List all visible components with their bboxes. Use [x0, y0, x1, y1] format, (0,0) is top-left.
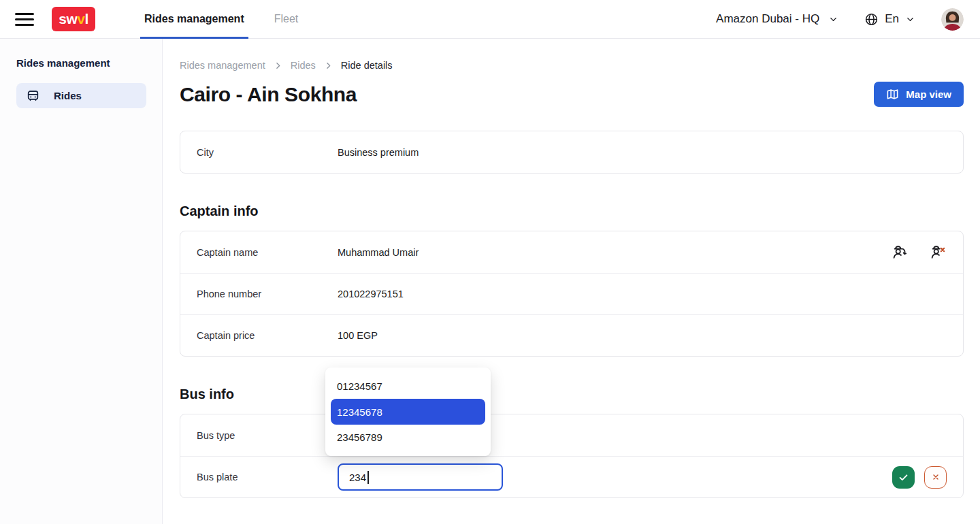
row-label: Captain name — [197, 247, 338, 258]
org-selector[interactable]: Amazon Dubai - HQ — [716, 12, 838, 26]
bus-info-card: Bus type Bus plate 234 — [180, 414, 964, 498]
row-label: Phone number — [197, 289, 338, 299]
bus-plate-value: 234 — [349, 472, 366, 483]
map-view-button[interactable]: Map view — [874, 82, 964, 107]
plate-edit-actions — [892, 466, 947, 489]
tab-fleet[interactable]: Fleet — [259, 0, 314, 39]
sidebar: Rides management Rides — [0, 39, 163, 524]
remove-captain-button[interactable] — [929, 244, 947, 261]
cancel-button[interactable] — [924, 466, 947, 489]
dropdown-option[interactable]: 23456789 — [325, 425, 491, 450]
captain-info-heading: Captain info — [180, 203, 964, 219]
captain-name-row: Captain name Muhammad Umair — [180, 231, 963, 273]
breadcrumb-rides[interactable]: Rides — [291, 60, 316, 71]
bus-type-row: Bus type — [180, 414, 963, 456]
row-value: 201022975151 — [338, 289, 404, 299]
logo-text: sw — [59, 11, 77, 27]
captain-info-card: Captain name Muhammad Umair — [180, 231, 964, 357]
ride-info-card: City Business premium — [180, 131, 964, 174]
chevron-right-icon — [274, 61, 282, 70]
sidebar-heading: Rides management — [16, 57, 146, 69]
phone-number-row: Phone number 201022975151 — [180, 273, 963, 314]
logo-text-v: v — [77, 11, 84, 27]
tab-label: Fleet — [274, 13, 299, 25]
sidebar-item-rides[interactable]: Rides — [16, 83, 146, 108]
swvl-logo[interactable]: swvl — [52, 7, 95, 31]
avatar[interactable] — [941, 8, 964, 31]
captain-actions — [891, 244, 947, 261]
breadcrumb-rides-management[interactable]: Rides management — [180, 60, 265, 71]
header-right: Amazon Dubai - HQ En — [716, 8, 964, 31]
row-label: Bus plate — [197, 472, 338, 482]
tab-rides-management[interactable]: Rides management — [129, 0, 259, 39]
bus-info-heading: Bus info — [180, 387, 964, 402]
title-row: Cairo - Ain Sokhna Map view — [180, 82, 964, 107]
avatar-image — [941, 8, 964, 31]
row-value: 100 EGP — [338, 330, 378, 341]
city-row: City Business premium — [180, 131, 963, 173]
sidebar-item-label: Rides — [54, 90, 82, 101]
globe-icon — [864, 12, 879, 27]
row-label: Captain price — [197, 330, 338, 341]
logo-text: l — [84, 11, 88, 27]
close-icon — [930, 472, 941, 482]
header-tabs: Rides management Fleet — [129, 0, 313, 39]
bus-plate-row: Bus plate 234 — [180, 456, 963, 497]
check-icon — [898, 472, 909, 483]
bus-plate-input[interactable]: 234 — [338, 463, 503, 491]
map-icon — [886, 88, 899, 101]
dropdown-option[interactable]: 01234567 — [325, 374, 491, 399]
hamburger-icon[interactable] — [15, 13, 34, 26]
row-value: Muhammad Umair — [338, 247, 419, 258]
dropdown-option-selected[interactable]: 12345678 — [331, 399, 485, 425]
breadcrumb: Rides management Rides Ride details — [180, 60, 964, 71]
language-selector[interactable]: En — [864, 12, 915, 27]
bus-plate-dropdown: 01234567 12345678 23456789 — [325, 367, 491, 456]
text-caret — [368, 471, 369, 484]
captain-price-row: Captain price 100 EGP — [180, 314, 963, 356]
confirm-button[interactable] — [892, 466, 915, 489]
org-name: Amazon Dubai - HQ — [716, 12, 819, 26]
swap-captain-button[interactable] — [891, 244, 909, 261]
main-content: Rides management Rides Ride details Cair… — [163, 39, 980, 498]
captain-remove-icon — [929, 244, 947, 261]
chevron-down-icon — [905, 14, 915, 24]
captain-swap-icon — [891, 244, 909, 261]
breadcrumb-ride-details: Ride details — [341, 60, 393, 71]
chevron-down-icon — [828, 14, 838, 24]
tab-label: Rides management — [144, 13, 244, 25]
bus-icon — [26, 88, 40, 103]
row-value: Business premium — [338, 147, 419, 158]
page-title: Cairo - Ain Sokhna — [180, 83, 357, 106]
language-label: En — [885, 12, 899, 26]
row-label: Bus type — [197, 430, 338, 441]
top-header: swvl Rides management Fleet Amazon Dubai… — [0, 0, 980, 39]
map-view-label: Map view — [906, 88, 951, 100]
chevron-right-icon — [324, 61, 333, 70]
row-label: City — [197, 147, 338, 158]
